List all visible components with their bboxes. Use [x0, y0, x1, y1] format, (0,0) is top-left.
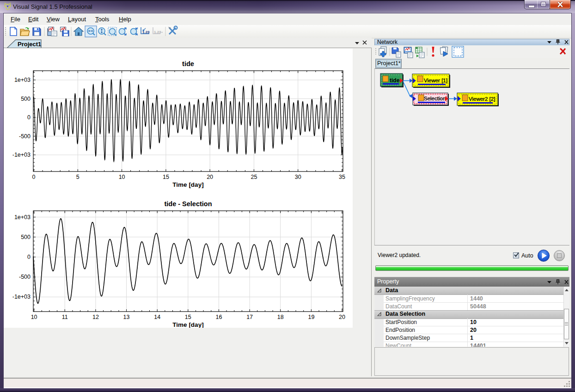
svg-text:Time [day]: Time [day] [172, 321, 203, 328]
svg-text:5: 5 [76, 174, 80, 180]
svg-text:Viewer [1]: Viewer [1] [424, 78, 447, 83]
svg-text:15: 15 [163, 174, 169, 180]
svg-text:20: 20 [339, 314, 345, 320]
svg-text:18: 18 [277, 314, 284, 320]
svg-text:tide: tide [182, 60, 194, 67]
svg-text:25: 25 [251, 174, 257, 180]
svg-text:10: 10 [119, 174, 125, 180]
svg-text:1e+03: 1e+03 [14, 77, 31, 83]
svg-text:-1e+03: -1e+03 [12, 294, 31, 300]
svg-text:15: 15 [185, 314, 191, 320]
svg-text:Viewer2 [2]: Viewer2 [2] [469, 96, 495, 102]
svg-text:17: 17 [246, 314, 253, 320]
svg-text:1e+03: 1e+03 [14, 214, 31, 220]
svg-text:0: 0 [32, 174, 36, 180]
svg-text:500: 500 [21, 96, 31, 102]
svg-text:-500: -500 [19, 274, 31, 280]
svg-text:Time [day]: Time [day] [172, 181, 203, 188]
svg-text:13: 13 [123, 314, 130, 320]
svg-text:11: 11 [62, 314, 68, 320]
svg-text:30: 30 [295, 174, 301, 180]
svg-text:16: 16 [215, 314, 222, 320]
svg-text:-500: -500 [19, 133, 31, 140]
svg-text:Project1: Project1 [18, 41, 41, 48]
svg-text:14: 14 [154, 314, 160, 320]
svg-text:1.23: 1.23 [154, 30, 161, 34]
svg-text:-1e+03: -1e+03 [12, 152, 31, 158]
svg-text:19: 19 [308, 314, 314, 320]
svg-text:Selection: Selection [424, 96, 446, 101]
svg-text:500: 500 [21, 234, 31, 240]
svg-text:12: 12 [92, 314, 99, 320]
svg-text:10: 10 [31, 314, 37, 320]
svg-text:0: 0 [27, 114, 31, 121]
svg-text:20: 20 [207, 174, 213, 180]
svg-text:tide: tide [390, 77, 400, 84]
svg-text:1.23: 1.23 [142, 30, 150, 34]
svg-text:35: 35 [339, 174, 345, 180]
svg-text:tide - Selection: tide - Selection [164, 200, 212, 208]
svg-text:0: 0 [27, 254, 31, 260]
